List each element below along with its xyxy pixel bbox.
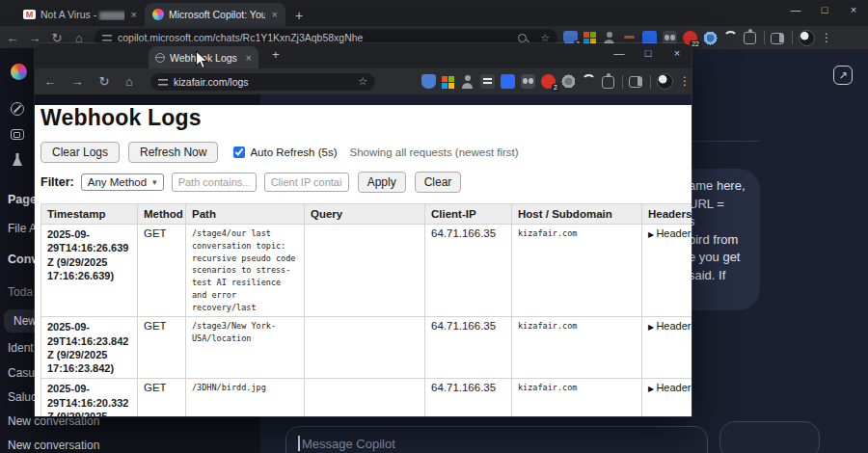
controls-row: Clear Logs Refresh Now Auto Refresh (5s)…	[41, 142, 692, 163]
webhook-logs-window: Webhook Logs × + — □ × ← → ↻ ⌂ kizafair.…	[34, 42, 692, 417]
chat-text-line: s	[689, 213, 746, 231]
arc-extension-icon[interactable]	[723, 31, 738, 45]
sidebar-item[interactable]: Page	[8, 193, 37, 206]
status-text: Showing all requests (newest first)	[350, 147, 519, 158]
column-header: Client-IP	[425, 204, 512, 225]
profile-avatar[interactable]	[657, 73, 673, 90]
headers-cell: Headers	[642, 379, 692, 417]
home-icon[interactable]: ⌂	[122, 74, 137, 89]
bookmark-star-icon[interactable]: ☆	[358, 75, 367, 88]
mouse-cursor	[195, 50, 209, 70]
window-controls: — □ ×	[789, 4, 860, 15]
minimize-button[interactable]: —	[612, 47, 626, 59]
arc-extension-icon[interactable]	[582, 74, 596, 89]
chat-text-line: bird from	[689, 231, 746, 250]
h-extension-icon[interactable]	[501, 74, 515, 89]
site-info-icon[interactable]	[102, 34, 112, 41]
adblock-extension-icon[interactable]	[421, 74, 436, 89]
headers-expander[interactable]: Headers	[648, 320, 692, 332]
tab-close-icon[interactable]: ×	[272, 9, 278, 20]
profile-avatar[interactable]	[799, 30, 815, 46]
red-extension-icon[interactable]: 2	[541, 74, 556, 89]
client-ip-cell: 64.71.166.35	[425, 225, 512, 317]
close-button[interactable]: ×	[847, 4, 860, 15]
microsoft-extension-icon[interactable]	[442, 76, 454, 89]
tab-close-icon[interactable]: ×	[246, 52, 252, 64]
library-icon[interactable]	[11, 129, 24, 140]
query-cell	[305, 379, 425, 417]
clear-button[interactable]: Clear	[415, 172, 462, 193]
copilot-icon	[152, 9, 164, 20]
ip-filter-input[interactable]	[264, 173, 349, 192]
minimize-button[interactable]: —	[789, 4, 802, 15]
profile-extension-icon[interactable]	[460, 74, 475, 89]
refresh-now-button[interactable]: Refresh Now	[128, 142, 218, 163]
maximize-button[interactable]: □	[818, 4, 831, 15]
apply-button[interactable]: Apply	[358, 172, 406, 193]
tab-gmail[interactable]: M Not A Virus - @gmail ×	[15, 3, 145, 26]
sidebar-item[interactable]: File A	[8, 222, 37, 235]
tab-copilot[interactable]: Microsoft Copilot: Your AI com ×	[145, 3, 285, 26]
goggles-extension-icon[interactable]	[521, 74, 535, 89]
sidebar-item[interactable]: Toda	[8, 285, 33, 299]
timestamp-cell: 2025-09-29T14:16:20.332Z (9/29/2025 17:1…	[41, 379, 138, 417]
path-cell: /3DHN/birdd.jpg	[186, 379, 305, 417]
reload-icon[interactable]: ↻	[96, 74, 112, 89]
side-panel-icon[interactable]	[629, 76, 642, 88]
discover-icon[interactable]	[11, 102, 24, 116]
lines-extension-icon[interactable]	[480, 74, 495, 89]
table-row: 2025-09-29T14:16:26.639Z (9/29/2025 17:1…	[41, 225, 692, 317]
new-tab-button[interactable]: +	[272, 47, 280, 62]
headers-expander[interactable]: Headers	[648, 227, 692, 239]
tab-close-icon[interactable]: ×	[131, 9, 137, 20]
table-row: 2025-09-29T14:16:20.332Z (9/29/2025 17:1…	[41, 379, 692, 417]
divider	[650, 75, 651, 89]
globe-favicon	[155, 53, 165, 63]
new-tab-button[interactable]: +	[295, 8, 303, 23]
method-selected-value: Any Method	[88, 176, 147, 188]
message-composer[interactable]: Message Copilot	[285, 426, 708, 453]
site-info-icon[interactable]	[158, 78, 168, 86]
column-header: Path	[186, 204, 305, 225]
column-header: Query	[305, 204, 425, 225]
snowflake-extension-icon[interactable]	[703, 31, 718, 45]
browser-menu-icon[interactable]: ⋮	[679, 74, 687, 89]
client-ip-cell: 64.71.166.35	[425, 379, 512, 417]
extensions-puzzle-icon[interactable]	[602, 76, 614, 89]
method-select[interactable]: Any Method ▾	[81, 173, 164, 191]
maximize-button[interactable]: □	[641, 47, 655, 59]
sidebar-item[interactable]: New conversation	[8, 439, 99, 452]
gmail-icon: M	[23, 10, 36, 19]
back-icon[interactable]: ←	[42, 74, 58, 89]
column-header: Headers	[642, 204, 692, 225]
chat-text-line: said. If	[689, 267, 746, 285]
extensions-puzzle-icon[interactable]	[744, 32, 756, 44]
browser-menu-icon[interactable]: ⋮	[821, 31, 828, 45]
close-button[interactable]: ×	[670, 47, 684, 59]
path-filter-input[interactable]	[172, 173, 257, 192]
clear-logs-button[interactable]: Clear Logs	[41, 142, 120, 163]
headers-cell: Headers	[642, 317, 692, 379]
address-bar[interactable]: kizafair.com/logs ☆	[150, 73, 375, 91]
copilot-logo[interactable]	[11, 64, 27, 80]
zoom-icon[interactable]	[518, 34, 527, 42]
auto-refresh-checkbox[interactable]	[233, 147, 245, 158]
redacted-text	[99, 12, 123, 20]
filter-row: Filter: Any Method ▾ Apply Clear	[41, 172, 692, 193]
tab-title: Microsoft Copilot: Your AI com	[169, 9, 265, 20]
chat-text-line: URL =	[689, 196, 746, 214]
timestamp-cell: 2025-09-29T14:16:23.842Z (9/29/2025 17:1…	[41, 317, 138, 379]
forward-icon[interactable]: →	[69, 74, 85, 89]
headers-cell: Headers	[642, 225, 692, 317]
share-icon[interactable]: ↗	[833, 66, 853, 85]
sidebar-item[interactable]: Ident	[8, 341, 34, 355]
labs-icon[interactable]	[13, 153, 22, 166]
composer-side-button[interactable]	[719, 421, 820, 453]
side-panel-icon[interactable]	[771, 33, 784, 44]
webhook-log-table: TimestampMethodPathQueryClient-IPHost / …	[41, 203, 692, 417]
gear-extension-icon[interactable]	[561, 74, 576, 89]
headers-expander[interactable]: Headers	[648, 382, 692, 393]
back-icon[interactable]: ←	[5, 31, 20, 45]
page-title: Webhook Logs	[41, 105, 692, 131]
sidebar-item[interactable]: Saluc	[8, 390, 37, 404]
